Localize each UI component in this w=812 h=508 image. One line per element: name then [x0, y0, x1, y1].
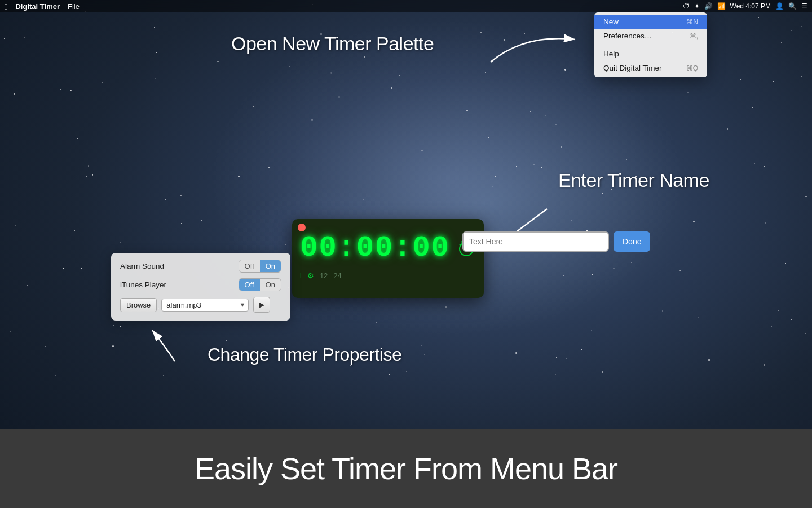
- menu-separator: [594, 45, 707, 45]
- itune-player-row: iTunes Player Off On: [120, 278, 281, 291]
- file-select-wrapper: alarm.mp3 ▼: [161, 299, 249, 312]
- itune-toggle: Off On: [239, 278, 281, 291]
- menubar-icon-user[interactable]: 👤: [775, 2, 784, 10]
- properties-panel: Alarm Sound Off On iTunes Player Off On …: [111, 253, 290, 321]
- menubar-icon-dropbox[interactable]: ✦: [694, 2, 700, 10]
- timer-12h[interactable]: 12: [320, 271, 328, 280]
- file-dropdown-menu: New ⌘N Preferences… ⌘, Help Quit Digital…: [594, 12, 707, 77]
- name-input-panel: Done: [462, 231, 650, 252]
- app-name-menu[interactable]: Digital Timer: [15, 2, 60, 11]
- timer-widget: 00:00:00 i ⚙ 12 24: [292, 219, 484, 298]
- alarm-off-button[interactable]: Off: [239, 260, 260, 272]
- timer-close-button[interactable]: [298, 224, 306, 231]
- browse-row: Browse alarm.mp3 ▼ ▶: [120, 297, 281, 313]
- itune-on-button[interactable]: On: [260, 279, 281, 291]
- timer-24h[interactable]: 24: [333, 271, 341, 280]
- menubar-icon-volume[interactable]: 🔊: [704, 2, 713, 10]
- menubar-datetime: Wed 4:07 PM: [730, 2, 771, 10]
- menubar:  Digital Timer File ⏱ ✦ 🔊 📶 Wed 4:07 PM…: [0, 0, 812, 12]
- play-button[interactable]: ▶: [253, 297, 270, 313]
- alarm-on-button[interactable]: On: [260, 260, 281, 272]
- file-menu[interactable]: File: [68, 2, 80, 11]
- menu-help-label: Help: [603, 50, 619, 58]
- menu-item-help[interactable]: Help: [594, 47, 707, 61]
- menubar-icon-dt[interactable]: ⏱: [683, 2, 690, 10]
- menu-item-preferences[interactable]: Preferences… ⌘,: [594, 29, 707, 43]
- menubar-icon-search[interactable]: 🔍: [788, 2, 797, 10]
- alarm-sound-row: Alarm Sound Off On: [120, 260, 281, 273]
- timer-toolbar: i ⚙ 12 24: [292, 269, 484, 282]
- menu-item-new[interactable]: New ⌘N: [594, 15, 707, 29]
- menubar-icon-list[interactable]: ☰: [801, 2, 807, 10]
- menu-quit-label: Quit Digital Timer: [603, 64, 662, 72]
- bottom-bar: Easily Set Timer From Menu Bar: [0, 429, 812, 508]
- menu-prefs-label: Preferences…: [603, 32, 652, 40]
- menu-prefs-shortcut: ⌘,: [690, 32, 698, 40]
- timer-name-input[interactable]: [462, 231, 609, 252]
- timer-display: 00:00:00: [292, 219, 484, 269]
- done-button[interactable]: Done: [614, 231, 650, 252]
- timer-settings-icon[interactable]: ⚙: [307, 271, 314, 280]
- timer-info-icon[interactable]: i: [300, 271, 302, 280]
- itune-label: iTunes Player: [120, 281, 166, 289]
- timer-digits: 00:00:00: [300, 231, 450, 265]
- itune-off-button[interactable]: Off: [239, 279, 260, 291]
- menu-quit-shortcut: ⌘Q: [686, 64, 698, 72]
- alarm-sound-toggle: Off On: [239, 260, 281, 273]
- bottom-text: Easily Set Timer From Menu Bar: [195, 451, 617, 486]
- menu-item-quit[interactable]: Quit Digital Timer ⌘Q: [594, 61, 707, 75]
- apple-menu[interactable]: : [5, 2, 7, 11]
- file-select[interactable]: alarm.mp3: [161, 299, 249, 312]
- menu-new-shortcut: ⌘N: [686, 18, 698, 26]
- menubar-icon-wifi[interactable]: 📶: [717, 2, 726, 10]
- browse-button[interactable]: Browse: [120, 298, 157, 312]
- menu-new-label: New: [603, 17, 619, 26]
- alarm-sound-label: Alarm Sound: [120, 262, 164, 270]
